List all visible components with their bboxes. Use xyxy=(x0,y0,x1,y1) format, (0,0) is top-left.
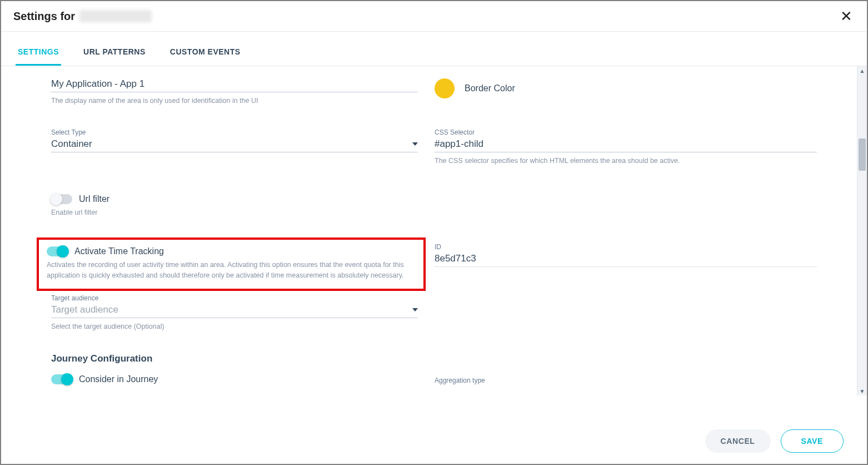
chevron-down-icon xyxy=(412,308,418,311)
target-audience-label: Target audience xyxy=(51,294,418,302)
time-tracking-label: Activate Time Tracking xyxy=(74,246,164,256)
dialog-title-redacted xyxy=(79,10,152,22)
select-type-field: Select Type Container xyxy=(51,128,418,166)
aggregation-type-field: Aggregation type xyxy=(435,377,817,384)
border-color-swatch[interactable] xyxy=(435,78,455,98)
dialog-title-prefix: Settings for xyxy=(13,10,75,23)
url-filter-label: Url filter xyxy=(79,194,109,204)
url-filter-field: Url filter Enable url filter xyxy=(51,194,418,218)
cancel-button[interactable]: CANCEL xyxy=(705,429,771,453)
consider-journey-toggle[interactable] xyxy=(51,374,72,384)
scroll-thumb[interactable] xyxy=(859,138,866,171)
target-audience-help: Select the target audience (Optional) xyxy=(51,321,418,332)
tab-custom-events[interactable]: CUSTOM EVENTS xyxy=(168,42,243,66)
dialog-footer: CANCEL SAVE xyxy=(1,422,867,464)
css-selector-help: The CSS selector specifies for which HTM… xyxy=(435,156,817,166)
settings-form: The display name of the area is only use… xyxy=(1,66,867,390)
dialog-header: Settings for ✕ xyxy=(1,1,867,32)
display-name-field: The display name of the area is only use… xyxy=(51,76,418,106)
url-filter-toggle[interactable] xyxy=(51,194,72,204)
scroll-down-icon[interactable]: ▼ xyxy=(857,387,867,395)
select-type-dropdown[interactable]: Container xyxy=(51,136,418,152)
aggregation-type-label: Aggregation type xyxy=(435,377,817,384)
time-tracking-highlight: Activate Time Tracking Activates the rec… xyxy=(51,223,418,291)
target-audience-dropdown[interactable]: Target audience xyxy=(51,302,418,318)
settings-scroll-area: The display name of the area is only use… xyxy=(1,66,867,395)
css-selector-input[interactable] xyxy=(435,136,817,152)
time-tracking-help: Activates the recording of user activity… xyxy=(47,260,416,281)
display-name-input[interactable] xyxy=(51,76,418,92)
select-type-value: Container xyxy=(51,138,92,150)
dialog-title: Settings for xyxy=(13,10,152,23)
time-tracking-toggle[interactable] xyxy=(47,246,68,256)
close-icon[interactable]: ✕ xyxy=(840,9,852,23)
chevron-down-icon xyxy=(412,142,418,146)
tab-settings[interactable]: SETTINGS xyxy=(16,42,61,66)
tab-url-patterns[interactable]: URL PATTERNS xyxy=(81,42,148,66)
css-selector-field: CSS Selector The CSS selector specifies … xyxy=(435,128,817,166)
target-audience-field: Target audience Target audience Select t… xyxy=(51,294,418,332)
scroll-up-icon[interactable]: ▲ xyxy=(857,66,867,75)
css-selector-label: CSS Selector xyxy=(435,128,817,136)
display-name-help: The display name of the area is only use… xyxy=(51,96,418,106)
consider-journey-label: Consider in Journey xyxy=(79,374,158,384)
id-label: ID xyxy=(435,243,817,251)
scrollbar[interactable]: ▲ ▼ xyxy=(857,66,867,395)
target-audience-placeholder: Target audience xyxy=(51,304,118,315)
id-field: ID xyxy=(435,243,817,285)
url-filter-help: Enable url filter xyxy=(51,207,418,218)
select-type-label: Select Type xyxy=(51,128,418,136)
border-color-label: Border Color xyxy=(465,83,515,93)
border-color-field: Border Color xyxy=(435,76,817,106)
tabs-bar: SETTINGS URL PATTERNS CUSTOM EVENTS xyxy=(1,42,867,66)
journey-config-heading: Journey Configuration xyxy=(51,353,418,364)
id-value xyxy=(435,251,817,267)
save-button[interactable]: SAVE xyxy=(781,429,844,453)
consider-journey-field: Consider in Journey xyxy=(51,374,418,384)
